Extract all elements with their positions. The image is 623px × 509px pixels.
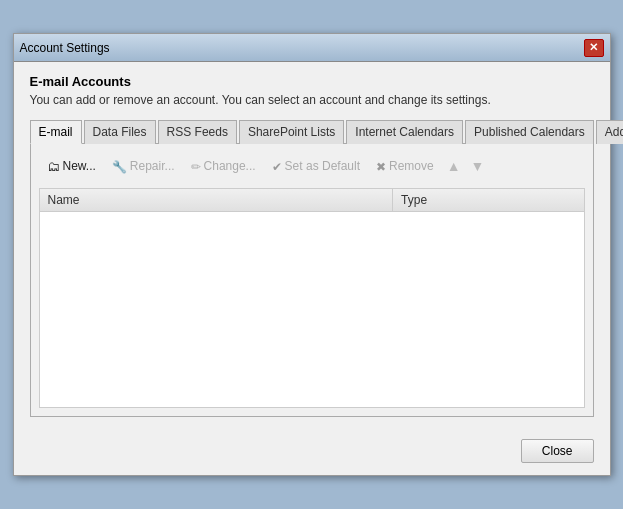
set-default-icon (272, 158, 282, 174)
tab-address-books[interactable]: Address Books (596, 120, 623, 144)
repair-button[interactable]: Repair... (106, 156, 181, 176)
dialog-footer: Close (14, 429, 610, 475)
change-icon (191, 158, 201, 174)
change-button[interactable]: Change... (185, 156, 262, 176)
dialog-body: E-mail Accounts You can add or remove an… (14, 62, 610, 429)
dialog-title: Account Settings (20, 41, 110, 55)
new-icon (47, 158, 60, 174)
col-name-header: Name (40, 189, 394, 211)
remove-icon (376, 158, 386, 174)
tabs-container: E-mail Data Files RSS Feeds SharePoint L… (30, 119, 594, 144)
section-description: You can add or remove an account. You ca… (30, 93, 594, 107)
repair-label: Repair... (130, 159, 175, 173)
change-label: Change... (204, 159, 256, 173)
tab-published-calendars[interactable]: Published Calendars (465, 120, 594, 144)
repair-icon (112, 158, 127, 174)
section-title: E-mail Accounts (30, 74, 594, 89)
tab-data-files[interactable]: Data Files (84, 120, 156, 144)
title-bar-close-button[interactable]: ✕ (584, 39, 604, 57)
move-down-button[interactable]: ▼ (468, 157, 488, 175)
move-up-button[interactable]: ▲ (444, 157, 464, 175)
table-header-row: Name Type (40, 189, 584, 212)
set-default-label: Set as Default (285, 159, 360, 173)
account-settings-dialog: Account Settings ✕ E-mail Accounts You c… (13, 33, 611, 476)
new-button[interactable]: New... (41, 156, 102, 176)
tab-rss-feeds[interactable]: RSS Feeds (158, 120, 237, 144)
tab-email[interactable]: E-mail (30, 120, 82, 144)
title-bar: Account Settings ✕ (14, 34, 610, 62)
tab-internet-calendars[interactable]: Internet Calendars (346, 120, 463, 144)
accounts-table: Name Type (39, 188, 585, 408)
set-default-button[interactable]: Set as Default (266, 156, 366, 176)
close-button[interactable]: Close (521, 439, 594, 463)
remove-button[interactable]: Remove (370, 156, 440, 176)
tab-sharepoint-lists[interactable]: SharePoint Lists (239, 120, 344, 144)
toolbar: New... Repair... Change... Set as Defaul… (39, 152, 585, 180)
remove-label: Remove (389, 159, 434, 173)
tab-panel-email: New... Repair... Change... Set as Defaul… (30, 144, 594, 417)
new-label: New... (63, 159, 96, 173)
col-type-header: Type (393, 189, 583, 211)
